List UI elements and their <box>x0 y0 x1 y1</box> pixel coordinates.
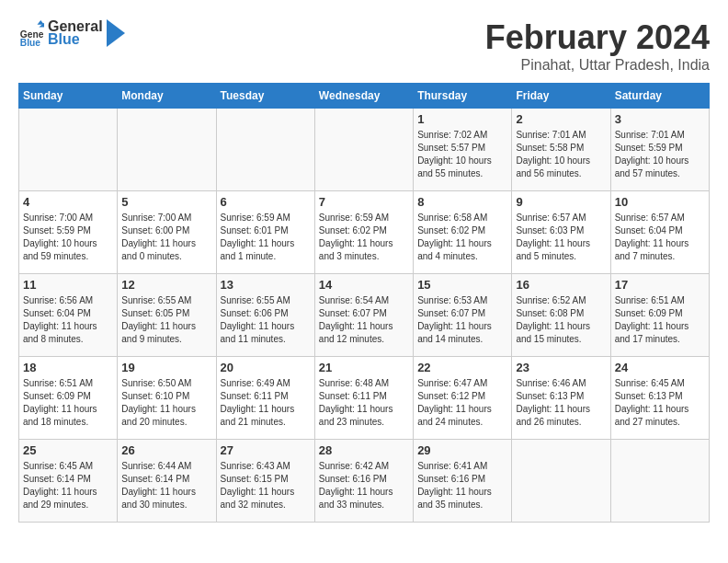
day-number: 19 <box>121 361 211 374</box>
calendar-cell: 11Sunrise: 6:56 AM Sunset: 6:04 PM Dayli… <box>19 274 118 357</box>
calendar-cell <box>19 109 118 191</box>
cell-info: Sunrise: 6:52 AM Sunset: 6:08 PM Dayligh… <box>516 294 606 346</box>
calendar-cell: 7Sunrise: 6:59 AM Sunset: 6:02 PM Daylig… <box>314 191 413 274</box>
day-header-tuesday: Tuesday <box>216 84 314 109</box>
cell-info: Sunrise: 6:53 AM Sunset: 6:07 PM Dayligh… <box>417 294 507 346</box>
day-number: 3 <box>615 112 705 126</box>
calendar-cell <box>512 440 610 523</box>
svg-text:Blue: Blue <box>20 38 41 46</box>
cell-info: Sunrise: 6:55 AM Sunset: 6:06 PM Dayligh… <box>221 294 311 346</box>
day-number: 24 <box>615 361 705 374</box>
cell-info: Sunrise: 6:59 AM Sunset: 6:01 PM Dayligh… <box>221 212 311 263</box>
calendar-week-row: 25Sunrise: 6:45 AM Sunset: 6:14 PM Dayli… <box>19 440 710 523</box>
cell-info: Sunrise: 6:46 AM Sunset: 6:13 PM Dayligh… <box>516 377 606 429</box>
day-number: 28 <box>319 443 409 457</box>
cell-info: Sunrise: 6:48 AM Sunset: 6:11 PM Dayligh… <box>319 377 409 429</box>
calendar-cell: 16Sunrise: 6:52 AM Sunset: 6:08 PM Dayli… <box>512 274 610 357</box>
day-header-wednesday: Wednesday <box>314 84 413 109</box>
day-number: 5 <box>121 195 211 209</box>
calendar-cell: 17Sunrise: 6:51 AM Sunset: 6:09 PM Dayli… <box>610 274 709 357</box>
cell-info: Sunrise: 6:50 AM Sunset: 6:10 PM Dayligh… <box>121 377 211 429</box>
day-number: 1 <box>417 112 507 126</box>
calendar-cell: 5Sunrise: 7:00 AM Sunset: 6:00 PM Daylig… <box>118 191 216 274</box>
cell-info: Sunrise: 6:41 AM Sunset: 6:16 PM Dayligh… <box>417 460 507 511</box>
logo: General Blue General Blue <box>18 18 125 48</box>
calendar-table: SundayMondayTuesdayWednesdayThursdayFrid… <box>18 83 710 523</box>
calendar-cell: 14Sunrise: 6:54 AM Sunset: 6:07 PM Dayli… <box>314 274 413 357</box>
cell-info: Sunrise: 7:02 AM Sunset: 5:57 PM Dayligh… <box>417 129 507 180</box>
calendar-cell: 1Sunrise: 7:02 AM Sunset: 5:57 PM Daylig… <box>414 109 512 191</box>
cell-info: Sunrise: 7:01 AM Sunset: 5:58 PM Dayligh… <box>516 129 606 180</box>
calendar-cell: 10Sunrise: 6:57 AM Sunset: 6:04 PM Dayli… <box>610 191 709 274</box>
day-number: 23 <box>516 361 606 374</box>
day-number: 11 <box>23 278 113 292</box>
cell-info: Sunrise: 6:44 AM Sunset: 6:14 PM Dayligh… <box>121 460 211 511</box>
calendar-cell <box>216 109 314 191</box>
main-title: February 2024 <box>485 18 710 57</box>
day-number: 2 <box>516 112 606 126</box>
calendar-cell: 6Sunrise: 6:59 AM Sunset: 6:01 PM Daylig… <box>216 191 314 274</box>
calendar-cell: 13Sunrise: 6:55 AM Sunset: 6:06 PM Dayli… <box>216 274 314 357</box>
cell-info: Sunrise: 7:00 AM Sunset: 6:00 PM Dayligh… <box>121 212 211 263</box>
calendar-week-row: 4Sunrise: 7:00 AM Sunset: 5:59 PM Daylig… <box>19 191 710 274</box>
calendar-week-row: 1Sunrise: 7:02 AM Sunset: 5:57 PM Daylig… <box>19 109 710 191</box>
calendar-cell: 18Sunrise: 6:51 AM Sunset: 6:09 PM Dayli… <box>19 357 118 440</box>
day-number: 9 <box>516 195 606 209</box>
calendar-cell <box>314 109 413 191</box>
calendar-cell: 29Sunrise: 6:41 AM Sunset: 6:16 PM Dayli… <box>414 440 512 523</box>
cell-info: Sunrise: 6:45 AM Sunset: 6:14 PM Dayligh… <box>23 460 113 511</box>
day-number: 20 <box>221 361 311 374</box>
calendar-cell: 9Sunrise: 6:57 AM Sunset: 6:03 PM Daylig… <box>512 191 610 274</box>
cell-info: Sunrise: 6:51 AM Sunset: 6:09 PM Dayligh… <box>23 377 113 429</box>
calendar-cell: 15Sunrise: 6:53 AM Sunset: 6:07 PM Dayli… <box>414 274 512 357</box>
calendar-cell <box>118 109 216 191</box>
cell-info: Sunrise: 6:57 AM Sunset: 6:03 PM Dayligh… <box>516 212 606 263</box>
cell-info: Sunrise: 6:55 AM Sunset: 6:05 PM Dayligh… <box>121 294 211 346</box>
cell-info: Sunrise: 6:47 AM Sunset: 6:12 PM Dayligh… <box>417 377 507 429</box>
logo-icon: General Blue <box>18 20 44 46</box>
calendar-week-row: 18Sunrise: 6:51 AM Sunset: 6:09 PM Dayli… <box>19 357 710 440</box>
day-number: 18 <box>23 361 113 374</box>
day-number: 10 <box>615 195 705 209</box>
cell-info: Sunrise: 6:56 AM Sunset: 6:04 PM Dayligh… <box>23 294 113 346</box>
calendar-cell: 4Sunrise: 7:00 AM Sunset: 5:59 PM Daylig… <box>19 191 118 274</box>
day-header-friday: Friday <box>512 84 610 109</box>
header: General Blue General Blue February 2024 … <box>18 18 710 74</box>
calendar-cell <box>610 440 709 523</box>
cell-info: Sunrise: 6:59 AM Sunset: 6:02 PM Dayligh… <box>319 212 409 263</box>
day-number: 4 <box>23 195 113 209</box>
subtitle: Pinahat, Uttar Pradesh, India <box>485 57 710 74</box>
cell-info: Sunrise: 6:51 AM Sunset: 6:09 PM Dayligh… <box>615 294 705 346</box>
svg-marker-4 <box>107 19 125 47</box>
day-number: 14 <box>319 278 409 292</box>
calendar-header-row: SundayMondayTuesdayWednesdayThursdayFrid… <box>19 84 710 109</box>
day-header-sunday: Sunday <box>19 84 118 109</box>
day-number: 7 <box>319 195 409 209</box>
day-header-monday: Monday <box>118 84 216 109</box>
day-header-thursday: Thursday <box>414 84 512 109</box>
title-area: February 2024 Pinahat, Uttar Pradesh, In… <box>485 18 710 74</box>
calendar-cell: 2Sunrise: 7:01 AM Sunset: 5:58 PM Daylig… <box>512 109 610 191</box>
cell-info: Sunrise: 6:43 AM Sunset: 6:15 PM Dayligh… <box>221 460 311 511</box>
day-number: 8 <box>417 195 507 209</box>
day-number: 26 <box>121 443 211 457</box>
day-number: 21 <box>319 361 409 374</box>
cell-info: Sunrise: 6:42 AM Sunset: 6:16 PM Dayligh… <box>319 460 409 511</box>
calendar-cell: 19Sunrise: 6:50 AM Sunset: 6:10 PM Dayli… <box>118 357 216 440</box>
day-number: 27 <box>221 443 311 457</box>
calendar-cell: 25Sunrise: 6:45 AM Sunset: 6:14 PM Dayli… <box>19 440 118 523</box>
logo-arrow-icon <box>107 19 125 47</box>
day-number: 16 <box>516 278 606 292</box>
cell-info: Sunrise: 6:49 AM Sunset: 6:11 PM Dayligh… <box>221 377 311 429</box>
day-number: 22 <box>417 361 507 374</box>
cell-info: Sunrise: 6:54 AM Sunset: 6:07 PM Dayligh… <box>319 294 409 346</box>
calendar-cell: 24Sunrise: 6:45 AM Sunset: 6:13 PM Dayli… <box>610 357 709 440</box>
calendar-cell: 3Sunrise: 7:01 AM Sunset: 5:59 PM Daylig… <box>610 109 709 191</box>
day-number: 25 <box>23 443 113 457</box>
day-number: 17 <box>615 278 705 292</box>
day-header-saturday: Saturday <box>610 84 709 109</box>
day-number: 12 <box>121 278 211 292</box>
calendar-cell: 27Sunrise: 6:43 AM Sunset: 6:15 PM Dayli… <box>216 440 314 523</box>
calendar-week-row: 11Sunrise: 6:56 AM Sunset: 6:04 PM Dayli… <box>19 274 710 357</box>
calendar-cell: 20Sunrise: 6:49 AM Sunset: 6:11 PM Dayli… <box>216 357 314 440</box>
